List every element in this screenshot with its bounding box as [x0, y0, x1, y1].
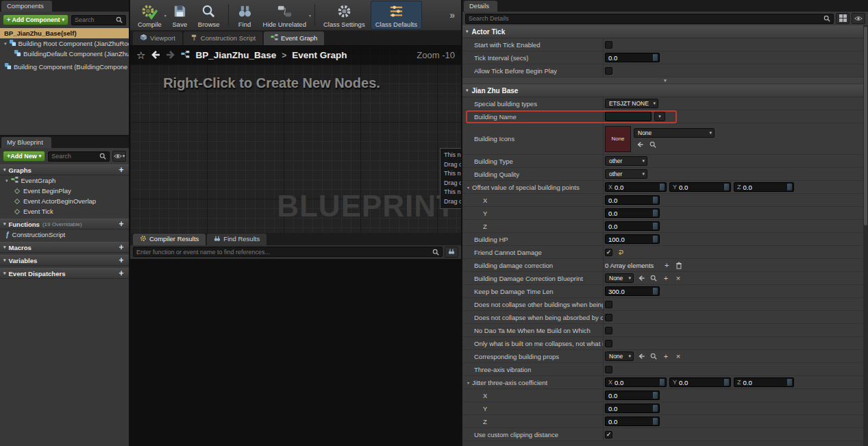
number-input[interactable]: 100.0 [605, 234, 660, 244]
section-header-actor-tick[interactable]: ▾Actor Tick [462, 25, 868, 38]
reset-to-default-icon[interactable] [615, 247, 625, 257]
find-in-blueprints-button[interactable] [445, 247, 458, 258]
add-array-element-button[interactable]: + [662, 260, 671, 270]
graph-canvas[interactable]: ☆ BP_JianZhu_Base > Event Graph Zoom -10… [130, 45, 461, 233]
details-search-input[interactable] [469, 15, 821, 22]
expander-icon[interactable]: ▾ [467, 185, 469, 190]
toolbar-save-button[interactable]: Save [167, 1, 193, 29]
spinner-icon[interactable] [653, 392, 658, 399]
dropdown[interactable]: ETSJZT NONE▾ [605, 99, 658, 108]
toolbar-class-defaults-button[interactable]: Class Defaults [371, 1, 422, 29]
checkbox[interactable] [605, 314, 612, 321]
spinner-icon[interactable] [653, 210, 658, 216]
toolbar-class-settings-button[interactable]: Class Settings [319, 1, 370, 29]
tab-construction-script[interactable]: Construction Script [184, 32, 262, 45]
checkbox[interactable]: ✓ [605, 249, 612, 256]
spinner-icon[interactable] [653, 54, 658, 61]
number-input[interactable]: 0.0 [605, 417, 660, 426]
asset-thumbnail[interactable]: None [605, 126, 631, 152]
toolbar-hide-unrelated-button[interactable]: Hide Unrelated▾ [258, 1, 311, 29]
spinner-icon[interactable] [787, 184, 792, 190]
number-input[interactable]: 0.0 [605, 404, 660, 413]
spinner-icon[interactable] [653, 405, 658, 412]
clear-button[interactable]: × [673, 351, 683, 361]
dropdown[interactable]: other▾ [605, 156, 647, 166]
forward-arrow-icon[interactable] [166, 49, 175, 62]
toolbar-browse-button[interactable]: Browse [193, 1, 225, 29]
number-input-x[interactable]: X0.0 [605, 182, 667, 192]
expander-icon[interactable]: ▾ [5, 178, 8, 184]
toolbar-find-button[interactable]: Find [232, 1, 258, 29]
add-variables-button[interactable]: + [117, 256, 125, 264]
spinner-icon[interactable] [653, 236, 658, 243]
add-event-dispatchers-button[interactable]: + [117, 269, 125, 277]
tab-find-results[interactable]: Find Results [207, 234, 266, 245]
clear-array-button[interactable] [674, 260, 684, 270]
spinner-icon[interactable] [660, 379, 665, 386]
checkbox[interactable]: ✓ [605, 431, 612, 438]
building-name-input[interactable] [605, 112, 652, 121]
breadcrumb-root[interactable]: BP_JianZhu_Base [195, 50, 276, 60]
scrollbar-thumb[interactable] [864, 27, 867, 225]
toolbar-compile-button[interactable]: Compile▾ [133, 1, 166, 29]
blueprint-item-event-actorbeginoverlap[interactable]: Event ActorBeginOverlap [0, 196, 129, 206]
spinner-icon[interactable] [653, 223, 658, 230]
details-expander[interactable]: ▼ [462, 77, 868, 84]
chevron-down-icon[interactable]: ▾ [164, 13, 166, 18]
number-input[interactable]: 300.0 [605, 286, 660, 296]
component-row-building-component-buildingcompone[interactable]: Building Component (BuildingCompone [0, 62, 129, 72]
add-button[interactable]: + [661, 273, 671, 283]
results-searchbox[interactable] [133, 247, 443, 257]
blueprint-item-eventgraph[interactable]: ▾EventGraph [0, 175, 129, 186]
spinner-icon[interactable] [724, 184, 729, 190]
add-button[interactable]: + [661, 351, 671, 361]
number-input-y[interactable]: Y0.0 [669, 377, 731, 387]
checkbox[interactable] [605, 41, 612, 49]
bookmark-star-icon[interactable]: ☆ [136, 49, 145, 62]
tab-event-graph[interactable]: Event Graph [264, 32, 324, 45]
building-name-dropdown[interactable]: ▾ [654, 112, 665, 121]
add-graphs-button[interactable]: + [117, 166, 125, 174]
section-macros[interactable]: ▾Macros+ [0, 242, 129, 253]
browse-asset-button[interactable] [648, 140, 658, 149]
checkbox[interactable] [605, 366, 612, 373]
component-row-building-root-component-jianzhuroo[interactable]: ▾Building Root Component (JianZhuRoo [0, 38, 129, 49]
spinner-icon[interactable] [724, 379, 729, 386]
number-input[interactable]: 0.0 [605, 208, 660, 218]
my-blueprint-searchbox[interactable] [48, 151, 110, 162]
number-input[interactable]: 0.0 [605, 53, 660, 62]
number-input-z[interactable]: Z0.0 [734, 182, 794, 192]
tab-components[interactable]: Components [1, 1, 52, 12]
dropdown[interactable]: None▾ [634, 128, 715, 138]
add-macros-button[interactable]: + [117, 243, 125, 251]
dropdown[interactable]: other▾ [605, 169, 647, 179]
section-graphs[interactable]: ▾Graphs+ [0, 164, 129, 175]
section-event-dispatchers[interactable]: ▾Event Dispatchers+ [0, 268, 129, 279]
add-component-button[interactable]: + Add Component▾ [3, 14, 69, 25]
tab-my-blueprint[interactable]: My Blueprint [1, 137, 51, 148]
blueprint-item-constructionscript[interactable]: ƒConstructionScript [0, 230, 129, 240]
components-searchbox[interactable] [71, 15, 126, 25]
checkbox[interactable] [605, 340, 612, 347]
component-row-bp-jianzhu-base-self[interactable]: BP_JianZhu_Base(self) [0, 28, 129, 38]
checkbox[interactable] [605, 67, 612, 75]
view-options-button[interactable]: ▾ [112, 151, 126, 162]
toolbar-overflow-button[interactable]: » [446, 10, 458, 21]
blueprint-item-event-tick[interactable]: Event Tick [0, 206, 129, 216]
my-blueprint-search-input[interactable] [51, 153, 97, 160]
section-header-jian-zhu-base[interactable]: ▾Jian Zhu Base [462, 84, 868, 97]
dropdown[interactable]: None▾ [605, 351, 634, 361]
spinner-icon[interactable] [660, 184, 665, 190]
component-row-buildingdefault-component-jianzhu[interactable]: BuildingDefault Component (JianZhu [0, 49, 129, 59]
display-filter-button[interactable] [852, 13, 865, 24]
dropdown[interactable]: None▾ [605, 273, 634, 283]
use-selected-asset-button[interactable] [635, 140, 645, 149]
browse-asset-button[interactable] [649, 273, 658, 283]
spinner-icon[interactable] [653, 197, 658, 203]
checkbox[interactable] [605, 327, 612, 334]
clear-button[interactable]: × [673, 273, 683, 283]
section-functions[interactable]: ▾Functions(19 Overridable)+ [0, 219, 129, 230]
checkbox[interactable] [605, 301, 612, 308]
number-input[interactable]: 0.0 [605, 391, 660, 400]
spinner-icon[interactable] [787, 379, 792, 386]
